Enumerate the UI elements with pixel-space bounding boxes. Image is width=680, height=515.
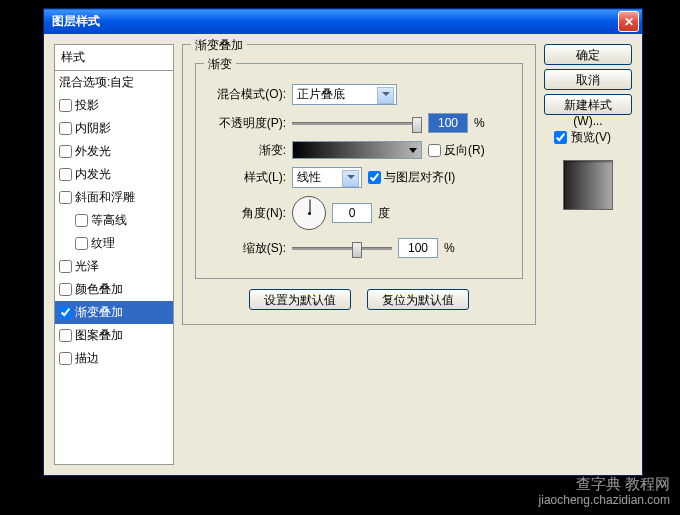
- slider-thumb[interactable]: [412, 117, 422, 133]
- styles-panel: 样式 混合选项:自定 投影 内阴影 外发光 内发光 斜面和浮雕 等高线 纹理 光…: [54, 44, 174, 465]
- checkbox[interactable]: [59, 122, 72, 135]
- style-item-satin[interactable]: 光泽: [55, 255, 173, 278]
- preview-checkbox[interactable]: [554, 131, 567, 144]
- scale-label: 缩放(S):: [206, 240, 286, 257]
- blend-mode-select[interactable]: 正片叠底: [292, 84, 397, 105]
- style-item-texture[interactable]: 纹理: [55, 232, 173, 255]
- gradient-label: 渐变:: [206, 142, 286, 159]
- chevron-down-icon: [409, 148, 417, 153]
- angle-input[interactable]: [332, 203, 372, 223]
- opacity-label: 不透明度(P):: [206, 115, 286, 132]
- watermark: 查字典 教程网 jiaocheng.chazidian.com: [539, 474, 670, 509]
- checkbox[interactable]: [59, 168, 72, 181]
- chevron-down-icon: [347, 175, 355, 179]
- close-button[interactable]: ✕: [618, 11, 639, 32]
- preview-swatch: [563, 160, 613, 210]
- angle-row: 角度(N): 度: [206, 196, 512, 230]
- checkbox[interactable]: [75, 214, 88, 227]
- scale-row: 缩放(S): %: [206, 238, 512, 258]
- preview-checkbox-label[interactable]: 预览(V): [544, 129, 632, 146]
- scale-input[interactable]: [398, 238, 438, 258]
- style-item-blend-options[interactable]: 混合选项:自定: [55, 71, 173, 94]
- style-item-bevel[interactable]: 斜面和浮雕: [55, 186, 173, 209]
- default-buttons-row: 设置为默认值 复位为默认值: [195, 289, 523, 310]
- settings-panel: 渐变叠加 渐变 混合模式(O): 正片叠底 不透明度(P):: [182, 44, 536, 465]
- gradient-overlay-fieldset: 渐变叠加 渐变 混合模式(O): 正片叠底 不透明度(P):: [182, 44, 536, 325]
- checkbox[interactable]: [59, 191, 72, 204]
- opacity-row: 不透明度(P): %: [206, 113, 512, 133]
- opacity-slider[interactable]: [292, 122, 422, 125]
- new-style-button[interactable]: 新建样式(W)...: [544, 94, 632, 115]
- angle-label: 角度(N):: [206, 205, 286, 222]
- checkbox[interactable]: [59, 145, 72, 158]
- style-item-inner-shadow[interactable]: 内阴影: [55, 117, 173, 140]
- make-default-button[interactable]: 设置为默认值: [249, 289, 351, 310]
- checkbox[interactable]: [75, 237, 88, 250]
- style-item-inner-glow[interactable]: 内发光: [55, 163, 173, 186]
- style-item-color-overlay[interactable]: 颜色叠加: [55, 278, 173, 301]
- checkbox[interactable]: [59, 352, 72, 365]
- checkbox[interactable]: [59, 260, 72, 273]
- align-checkbox[interactable]: [368, 171, 381, 184]
- ok-button[interactable]: 确定: [544, 44, 632, 65]
- blend-mode-row: 混合模式(O): 正片叠底: [206, 84, 512, 105]
- gradient-preview-inner: [293, 142, 421, 158]
- opacity-input[interactable]: [428, 113, 468, 133]
- style-item-outer-glow[interactable]: 外发光: [55, 140, 173, 163]
- align-checkbox-label[interactable]: 与图层对齐(I): [368, 169, 455, 186]
- gradient-inner-fieldset: 渐变 混合模式(O): 正片叠底 不透明度(P):: [195, 63, 523, 279]
- scale-slider[interactable]: [292, 247, 392, 250]
- fieldset-legend: 渐变叠加: [191, 37, 247, 54]
- layer-style-dialog: 图层样式 ✕ 样式 混合选项:自定 投影 内阴影 外发光 内发光 斜面和浮雕 等…: [43, 8, 643, 476]
- checkbox[interactable]: [59, 329, 72, 342]
- style-select[interactable]: 线性: [292, 167, 362, 188]
- action-panel: 确定 取消 新建样式(W)... 预览(V): [544, 44, 632, 465]
- styles-header[interactable]: 样式: [54, 44, 174, 70]
- reverse-checkbox-label[interactable]: 反向(R): [428, 142, 485, 159]
- gradient-picker[interactable]: [292, 141, 422, 159]
- style-item-gradient-overlay[interactable]: 渐变叠加: [55, 301, 173, 324]
- reset-default-button[interactable]: 复位为默认值: [367, 289, 469, 310]
- titlebar-text: 图层样式: [52, 13, 100, 30]
- style-item-drop-shadow[interactable]: 投影: [55, 94, 173, 117]
- cancel-button[interactable]: 取消: [544, 69, 632, 90]
- checkbox[interactable]: [59, 306, 72, 319]
- styles-list: 混合选项:自定 投影 内阴影 外发光 内发光 斜面和浮雕 等高线 纹理 光泽 颜…: [54, 70, 174, 465]
- blend-mode-label: 混合模式(O):: [206, 86, 286, 103]
- style-row: 样式(L): 线性 与图层对齐(I): [206, 167, 512, 188]
- inner-legend: 渐变: [204, 56, 236, 73]
- gradient-row: 渐变: 反向(R): [206, 141, 512, 159]
- style-item-pattern-overlay[interactable]: 图案叠加: [55, 324, 173, 347]
- style-label: 样式(L):: [206, 169, 286, 186]
- checkbox[interactable]: [59, 283, 72, 296]
- chevron-down-icon: [382, 92, 390, 96]
- angle-dial[interactable]: [292, 196, 326, 230]
- slider-thumb[interactable]: [352, 242, 362, 258]
- style-item-contour[interactable]: 等高线: [55, 209, 173, 232]
- titlebar[interactable]: 图层样式 ✕: [44, 9, 642, 34]
- style-item-stroke[interactable]: 描边: [55, 347, 173, 370]
- close-icon: ✕: [624, 15, 634, 29]
- checkbox[interactable]: [59, 99, 72, 112]
- reverse-checkbox[interactable]: [428, 144, 441, 157]
- dialog-content: 样式 混合选项:自定 投影 内阴影 外发光 内发光 斜面和浮雕 等高线 纹理 光…: [44, 34, 642, 475]
